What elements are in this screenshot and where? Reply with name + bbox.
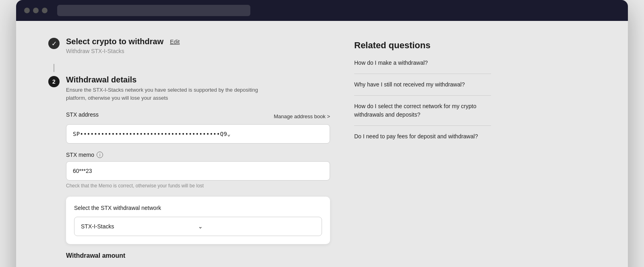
step-2-content: Withdrawal details Ensure the STX-I-Stac…	[66, 75, 330, 259]
stx-memo-field-group: STX memo i 60***23 Check that the Memo i…	[66, 152, 330, 189]
right-panel: Related questions How do I make a withdr…	[354, 37, 491, 267]
network-chevron-icon: ⌄	[198, 223, 315, 230]
stx-memo-label-container: STX memo i	[66, 152, 330, 158]
checkmark-icon: ✓	[52, 40, 57, 47]
related-question-3[interactable]: Do I need to pay fees for deposit and wi…	[354, 132, 491, 147]
manage-address-book-link[interactable]: Manage address book >	[274, 113, 330, 119]
main-panel: ✓ Select crypto to withdraw Edit Withdra…	[48, 37, 330, 267]
browser-window: ✓ Select crypto to withdraw Edit Withdra…	[16, 0, 628, 267]
traffic-light-red[interactable]	[24, 8, 30, 13]
step-2-number: 2	[52, 78, 56, 85]
stx-memo-input[interactable]: 60***23	[66, 161, 330, 181]
related-questions-title: Related questions	[354, 40, 491, 51]
step-1: ✓ Select crypto to withdraw Edit Withdra…	[48, 37, 330, 54]
stx-address-input[interactable]: SP••••••••••••••••••••••••••••••••••••••…	[66, 124, 330, 144]
network-value: STX-I-Stacks	[81, 223, 198, 230]
network-card-title: Select the STX withdrawal network	[74, 205, 322, 211]
stx-address-value: SP••••••••••••••••••••••••••••••••••••••…	[73, 131, 227, 137]
step-1-subtitle: Withdraw STX-I-Stacks	[66, 48, 330, 54]
stx-memo-info-icon[interactable]: i	[97, 152, 103, 158]
traffic-light-green[interactable]	[42, 8, 47, 13]
browser-titlebar	[16, 0, 628, 21]
related-question-2[interactable]: How do I select the correct network for …	[354, 102, 491, 126]
step-1-icon: ✓	[48, 38, 60, 49]
step-1-edit-link[interactable]: Edit	[170, 39, 180, 45]
stx-address-field-group: STX address Manage address book > SP••••…	[66, 111, 330, 144]
stx-memo-label: STX memo	[66, 152, 94, 158]
address-bar[interactable]	[57, 5, 250, 16]
step-2-header: Withdrawal details	[66, 75, 330, 84]
step-1-content: Select crypto to withdraw Edit Withdraw …	[66, 37, 330, 54]
stx-memo-value: 60***23	[73, 168, 92, 174]
related-question-0[interactable]: How do I make a withdrawal?	[354, 59, 491, 74]
related-question-1[interactable]: Why have I still not received my withdra…	[354, 80, 491, 96]
step-connector	[54, 64, 54, 72]
withdrawal-amount-label: Withdrawal amount	[66, 252, 330, 259]
stx-memo-hint: Check that the Memo is correct, otherwis…	[66, 183, 330, 189]
network-card: Select the STX withdrawal network STX-I-…	[66, 197, 330, 244]
stx-address-chevron-icon: ⌄	[227, 131, 323, 137]
step-1-header: Select crypto to withdraw Edit	[66, 37, 330, 46]
stx-address-label: STX address	[66, 111, 99, 118]
network-select[interactable]: STX-I-Stacks ⌄	[74, 217, 322, 236]
traffic-light-yellow[interactable]	[33, 8, 39, 13]
stx-address-label-row: STX address Manage address book >	[66, 111, 330, 121]
step-1-title: Select crypto to withdraw	[66, 37, 163, 46]
browser-content: ✓ Select crypto to withdraw Edit Withdra…	[16, 21, 628, 267]
step-2-icon: 2	[48, 76, 60, 87]
step-2: 2 Withdrawal details Ensure the STX-I-St…	[48, 75, 330, 259]
step-2-description: Ensure the STX-I-Stacks network you have…	[66, 86, 275, 102]
step-2-title: Withdrawal details	[66, 75, 136, 84]
